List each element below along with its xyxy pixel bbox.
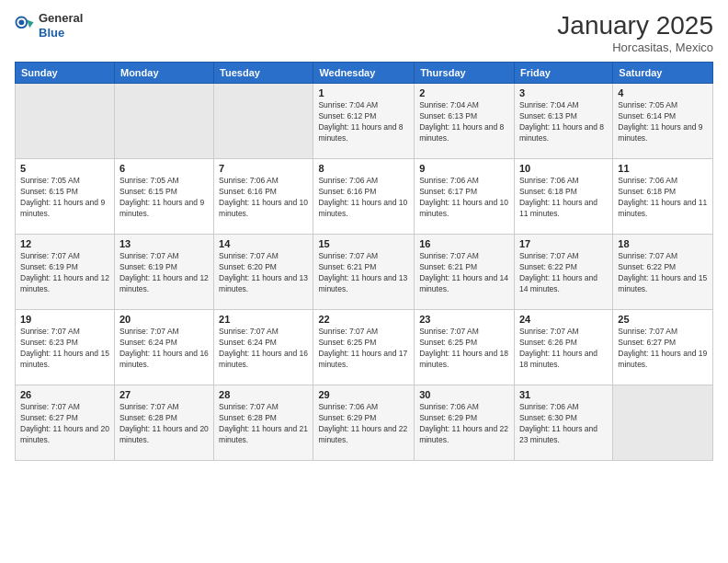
calendar-header-row: SundayMondayTuesdayWednesdayThursdayFrid… — [16, 63, 713, 84]
day-number: 27 — [119, 389, 209, 400]
day-info: Sunrise: 7:07 AMSunset: 6:21 PMDaylight:… — [419, 251, 509, 295]
day-number: 8 — [318, 163, 409, 174]
day-number: 31 — [519, 389, 608, 400]
day-number: 4 — [618, 87, 708, 98]
day-number: 24 — [519, 314, 608, 325]
calendar-cell — [214, 84, 313, 159]
day-number: 1 — [318, 87, 409, 98]
day-info: Sunrise: 7:04 AMSunset: 6:13 PMDaylight:… — [419, 100, 509, 144]
calendar-week-5: 26Sunrise: 7:07 AMSunset: 6:27 PMDayligh… — [16, 385, 713, 461]
day-info: Sunrise: 7:07 AMSunset: 6:25 PMDaylight:… — [318, 327, 409, 371]
calendar-cell — [114, 84, 213, 159]
calendar-cell: 21Sunrise: 7:07 AMSunset: 6:24 PMDayligh… — [214, 310, 313, 385]
day-info: Sunrise: 7:06 AMSunset: 6:16 PMDaylight:… — [219, 176, 308, 220]
day-number: 28 — [219, 389, 308, 400]
day-number: 7 — [219, 163, 308, 174]
calendar-cell: 24Sunrise: 7:07 AMSunset: 6:26 PMDayligh… — [514, 310, 612, 385]
day-info: Sunrise: 7:07 AMSunset: 6:23 PMDaylight:… — [20, 327, 109, 371]
day-info: Sunrise: 7:07 AMSunset: 6:24 PMDaylight:… — [219, 327, 308, 371]
day-number: 16 — [419, 238, 509, 249]
calendar-cell: 17Sunrise: 7:07 AMSunset: 6:22 PMDayligh… — [514, 235, 612, 310]
day-info: Sunrise: 7:07 AMSunset: 6:21 PMDaylight:… — [318, 251, 409, 295]
day-number: 20 — [119, 314, 209, 325]
svg-point-1 — [18, 19, 24, 25]
calendar-cell: 28Sunrise: 7:07 AMSunset: 6:28 PMDayligh… — [214, 385, 313, 461]
day-number: 19 — [20, 314, 109, 325]
day-info: Sunrise: 7:06 AMSunset: 6:17 PMDaylight:… — [419, 176, 509, 220]
day-info: Sunrise: 7:07 AMSunset: 6:22 PMDaylight:… — [618, 251, 708, 295]
calendar-cell: 25Sunrise: 7:07 AMSunset: 6:27 PMDayligh… — [613, 310, 713, 385]
day-number: 26 — [20, 389, 109, 400]
day-header-thursday: Thursday — [415, 63, 515, 84]
calendar-cell — [613, 385, 713, 461]
calendar-cell: 31Sunrise: 7:06 AMSunset: 6:30 PMDayligh… — [514, 385, 612, 461]
day-info: Sunrise: 7:07 AMSunset: 6:28 PMDaylight:… — [219, 402, 308, 446]
day-number: 15 — [318, 238, 409, 249]
calendar-cell: 27Sunrise: 7:07 AMSunset: 6:28 PMDayligh… — [114, 385, 213, 461]
day-info: Sunrise: 7:04 AMSunset: 6:13 PMDaylight:… — [519, 100, 608, 144]
calendar-cell: 10Sunrise: 7:06 AMSunset: 6:18 PMDayligh… — [514, 159, 612, 235]
logo-general: General — [39, 11, 83, 26]
day-info: Sunrise: 7:07 AMSunset: 6:25 PMDaylight:… — [419, 327, 509, 371]
calendar-cell: 14Sunrise: 7:07 AMSunset: 6:20 PMDayligh… — [214, 235, 313, 310]
calendar-cell: 11Sunrise: 7:06 AMSunset: 6:18 PMDayligh… — [613, 159, 713, 235]
day-number: 9 — [419, 163, 509, 174]
calendar-cell: 13Sunrise: 7:07 AMSunset: 6:19 PMDayligh… — [114, 235, 213, 310]
calendar-cell: 9Sunrise: 7:06 AMSunset: 6:17 PMDaylight… — [415, 159, 515, 235]
day-header-tuesday: Tuesday — [214, 63, 313, 84]
calendar-cell: 22Sunrise: 7:07 AMSunset: 6:25 PMDayligh… — [313, 310, 415, 385]
calendar-table: SundayMondayTuesdayWednesdayThursdayFrid… — [15, 62, 713, 461]
header: General Blue January 2025 Horcasitas, Me… — [15, 11, 713, 54]
calendar-cell: 18Sunrise: 7:07 AMSunset: 6:22 PMDayligh… — [613, 235, 713, 310]
day-number: 5 — [20, 163, 109, 174]
day-number: 18 — [618, 238, 708, 249]
page: General Blue January 2025 Horcasitas, Me… — [0, 0, 728, 563]
day-number: 25 — [618, 314, 708, 325]
calendar-cell: 20Sunrise: 7:07 AMSunset: 6:24 PMDayligh… — [114, 310, 213, 385]
month-title: January 2025 — [557, 11, 713, 40]
day-info: Sunrise: 7:06 AMSunset: 6:29 PMDaylight:… — [318, 402, 409, 446]
calendar-cell: 30Sunrise: 7:06 AMSunset: 6:29 PMDayligh… — [415, 385, 515, 461]
logo: General Blue — [15, 11, 83, 40]
day-number: 17 — [519, 238, 608, 249]
calendar-cell: 19Sunrise: 7:07 AMSunset: 6:23 PMDayligh… — [16, 310, 115, 385]
calendar-week-1: 1Sunrise: 7:04 AMSunset: 6:12 PMDaylight… — [16, 84, 713, 159]
svg-marker-2 — [27, 19, 33, 28]
calendar-week-4: 19Sunrise: 7:07 AMSunset: 6:23 PMDayligh… — [16, 310, 713, 385]
day-number: 14 — [219, 238, 308, 249]
calendar-cell: 5Sunrise: 7:05 AMSunset: 6:15 PMDaylight… — [16, 159, 115, 235]
calendar-cell: 16Sunrise: 7:07 AMSunset: 6:21 PMDayligh… — [415, 235, 515, 310]
day-number: 3 — [519, 87, 608, 98]
day-number: 23 — [419, 314, 509, 325]
day-number: 30 — [419, 389, 509, 400]
calendar-cell: 3Sunrise: 7:04 AMSunset: 6:13 PMDaylight… — [514, 84, 612, 159]
day-info: Sunrise: 7:07 AMSunset: 6:28 PMDaylight:… — [119, 402, 209, 446]
day-number: 22 — [318, 314, 409, 325]
day-number: 12 — [20, 238, 109, 249]
day-info: Sunrise: 7:05 AMSunset: 6:15 PMDaylight:… — [20, 176, 109, 220]
day-info: Sunrise: 7:07 AMSunset: 6:27 PMDaylight:… — [618, 327, 708, 371]
logo-text: General Blue — [39, 11, 83, 40]
day-number: 21 — [219, 314, 308, 325]
day-info: Sunrise: 7:06 AMSunset: 6:18 PMDaylight:… — [618, 176, 708, 220]
day-header-friday: Friday — [514, 63, 612, 84]
calendar-cell: 26Sunrise: 7:07 AMSunset: 6:27 PMDayligh… — [16, 385, 115, 461]
day-number: 10 — [519, 163, 608, 174]
day-info: Sunrise: 7:05 AMSunset: 6:15 PMDaylight:… — [119, 176, 209, 220]
calendar-cell: 23Sunrise: 7:07 AMSunset: 6:25 PMDayligh… — [415, 310, 515, 385]
day-number: 6 — [119, 163, 209, 174]
calendar-cell: 1Sunrise: 7:04 AMSunset: 6:12 PMDaylight… — [313, 84, 415, 159]
logo-blue: Blue — [39, 26, 83, 40]
calendar-cell: 12Sunrise: 7:07 AMSunset: 6:19 PMDayligh… — [16, 235, 115, 310]
day-info: Sunrise: 7:06 AMSunset: 6:16 PMDaylight:… — [318, 176, 409, 220]
day-info: Sunrise: 7:06 AMSunset: 6:30 PMDaylight:… — [519, 402, 608, 446]
day-info: Sunrise: 7:07 AMSunset: 6:19 PMDaylight:… — [20, 251, 109, 295]
location: Horcasitas, Mexico — [557, 40, 713, 54]
day-header-monday: Monday — [114, 63, 213, 84]
day-info: Sunrise: 7:07 AMSunset: 6:24 PMDaylight:… — [119, 327, 209, 371]
calendar-cell: 6Sunrise: 7:05 AMSunset: 6:15 PMDaylight… — [114, 159, 213, 235]
day-number: 29 — [318, 389, 409, 400]
day-info: Sunrise: 7:05 AMSunset: 6:14 PMDaylight:… — [618, 100, 708, 144]
day-header-sunday: Sunday — [16, 63, 115, 84]
calendar-cell — [16, 84, 115, 159]
